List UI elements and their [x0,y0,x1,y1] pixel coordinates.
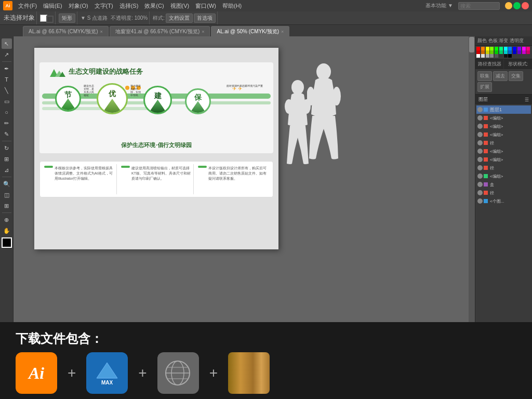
align-tab[interactable]: 形状模式: [503,59,532,69]
eye-5[interactable] [477,149,483,154]
swatch-darkred[interactable] [476,50,480,54]
eye-1[interactable] [477,115,483,121]
eye-2[interactable] [477,124,483,129]
line-tool[interactable]: ╲ [2,85,12,96]
pathfinder-minus[interactable]: 减去 [493,71,508,81]
menu-window[interactable]: 窗口(W) [193,2,219,10]
layer-item-7[interactable]: 径 [476,164,531,172]
swatch-teal[interactable] [504,50,508,54]
menu-file[interactable]: 文件(F) [16,2,39,10]
layer-item-4[interactable]: 径 [476,139,531,147]
pen-tool[interactable]: ✒ [2,63,12,74]
stroke-swatch[interactable] [46,16,54,23]
swatch-medgreen[interactable] [495,50,498,54]
swatch-purple[interactable] [522,50,526,54]
swatch-green[interactable] [495,47,498,50]
type-tool[interactable]: T [2,74,12,85]
tab-close-2[interactable]: × [281,29,284,34]
swatch-charcoal[interactable] [499,54,503,58]
menu-object[interactable]: 对象(O) [66,2,91,10]
pathfinder-intersect[interactable]: 交集 [509,71,523,81]
eye-9[interactable] [477,182,483,187]
swatch-darkorange[interactable] [481,50,485,54]
swatch-spring[interactable] [499,47,503,50]
pencil-tool[interactable]: ✎ [2,129,12,139]
window-maximize[interactable] [513,2,521,9]
eye-4[interactable] [477,140,483,145]
swatch-orange[interactable] [481,47,485,50]
layer-item-8[interactable]: <编组> [476,172,531,180]
swatch-white[interactable] [476,54,480,58]
layer-item-0[interactable]: 图层1 [476,105,531,114]
pathfinder-exclude[interactable]: 扩展 [477,82,492,92]
eye-6[interactable] [477,157,483,162]
tab-2[interactable]: AL.ai @ 50% (CMYK/预览) × [211,26,289,36]
menu-view[interactable]: 视图(V) [168,2,192,10]
swatch-medgray[interactable] [490,54,494,58]
swatch-medblue[interactable] [513,50,516,54]
eye-14[interactable] [477,198,483,204]
rotate-tool[interactable]: ↻ [2,143,12,153]
swatch-olive[interactable] [486,50,489,54]
tab-0[interactable]: AL.ai @ 66.67% (CMYK/预览) × [23,26,109,36]
paintbrush-tool[interactable]: ✏ [2,118,12,128]
preferences-btn[interactable]: 首选项 [194,14,216,23]
scale-tool[interactable]: ⊞ [2,154,12,164]
swatch-indigo[interactable] [517,50,521,54]
eye-7[interactable] [477,165,483,170]
swatch-gray[interactable] [486,54,489,58]
fill-color-box[interactable] [2,237,12,248]
zoom-tool[interactable]: ⊕ [2,215,12,225]
layer-item-3[interactable]: <编组> [476,130,531,139]
menu-text[interactable]: 文字(T) [92,2,116,10]
pathfinder-unite[interactable]: 联集 [477,71,492,81]
direct-select-tool[interactable]: ↗ [2,49,12,60]
layer-item-1[interactable]: <编组> [476,114,531,122]
swatch-lightgray[interactable] [481,54,485,58]
scroll-thumb[interactable] [469,37,474,52]
rectangle-tool[interactable]: 矩形 [59,14,75,23]
menu-edit[interactable]: 编辑(E) [41,2,65,10]
swatch-crimson[interactable] [526,50,530,54]
select-tool[interactable]: ↖ [2,38,12,49]
swatch-blue[interactable] [513,47,516,50]
eye-8[interactable] [477,174,483,179]
layers-options[interactable]: ☰ [525,97,529,102]
menu-effect[interactable]: 效果(C) [142,2,166,10]
swatch-red[interactable] [476,47,480,50]
shear-tool[interactable]: ⊿ [2,165,12,175]
tab-close-0[interactable]: × [100,29,103,34]
layer-item-6[interactable]: <编组> [476,155,531,164]
layer-item-9[interactable]: 盒 [476,180,531,189]
layer-item-5[interactable]: <编组> [476,147,531,155]
eye-10[interactable] [477,190,483,195]
doc-settings-btn[interactable]: 文档设置 [166,14,193,23]
swatch-yellow[interactable] [486,47,489,50]
rect-tool[interactable]: ▭ [2,96,12,107]
layer-item-10[interactable]: 径 [476,189,531,197]
layer-item-2[interactable]: <编组> [476,122,531,130]
swatch-magenta[interactable] [522,47,526,50]
swatch-lime[interactable] [490,47,494,50]
swatch-rose[interactable] [526,47,530,50]
swatch-cornflower[interactable] [508,50,512,54]
ellipse-tool[interactable]: ○ [2,107,12,117]
swatch-chartreuse[interactable] [490,50,494,54]
gradient-tool[interactable]: ◫ [2,190,12,200]
mesh-tool[interactable]: ⊞ [2,201,12,211]
window-minimize[interactable] [505,2,512,9]
tab-1[interactable]: 地窗室41.ai @ 66.67% (CMYK/预览) × [110,26,210,36]
swatch-darkgray[interactable] [495,54,498,58]
eye-3[interactable] [477,132,483,137]
tab-close-1[interactable]: × [202,29,204,34]
swatch-azure[interactable] [508,47,512,50]
hand-tool[interactable]: ✋ [2,225,12,236]
menu-select[interactable]: 选择(S) [117,2,141,10]
menu-help[interactable]: 帮助(H) [220,2,244,10]
swatch-cyan[interactable] [504,47,508,50]
navigator-tab[interactable]: 路径查找器 [475,59,503,69]
layer-item-14[interactable]: <个图... [476,197,531,205]
eyedropper-tool[interactable]: 🔍 [2,179,12,189]
eye-0[interactable] [477,107,483,112]
swatch-emerald[interactable] [499,50,503,54]
